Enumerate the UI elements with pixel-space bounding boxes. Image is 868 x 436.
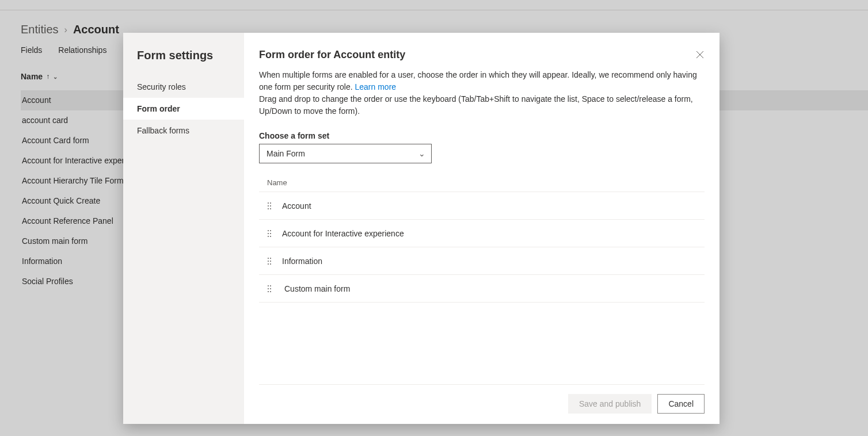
sidebar-item-fallback-forms[interactable]: Fallback forms [123,120,244,141]
form-order-name: Custom main form [282,284,350,293]
svg-point-20 [268,285,269,286]
svg-point-11 [270,233,271,234]
dialog-description-2: Drag and drop to change the order or use… [259,93,702,117]
form-order-name: Account for Interactive experience [282,229,404,238]
svg-point-25 [270,291,271,292]
svg-point-15 [270,258,271,259]
dialog-sidebar-title: Form settings [123,49,244,76]
form-order-row[interactable]: Custom main form [259,275,705,303]
svg-point-14 [268,258,269,259]
svg-point-3 [270,202,271,204]
dialog-description-1-text: When multiple forms are enabled for a us… [259,70,697,91]
dialog-main: Form order for Account entity When multi… [244,33,719,424]
dialog-footer: Save and publish Cancel [259,384,705,414]
form-order-row[interactable]: Account [259,192,705,220]
svg-point-12 [268,236,269,237]
sidebar-item-form-order[interactable]: Form order [123,98,244,120]
svg-point-2 [268,202,269,204]
svg-point-17 [270,261,271,262]
svg-point-9 [270,230,271,231]
svg-point-24 [268,291,269,292]
form-set-label: Choose a form set [259,131,705,140]
form-set-value: Main Form [267,149,305,158]
form-order-row[interactable]: Information [259,247,705,275]
column-header-name: Name [259,174,705,192]
svg-point-4 [268,205,269,206]
dialog-description-1: When multiple forms are enabled for a us… [259,69,702,93]
learn-more-link[interactable]: Learn more [355,82,397,91]
svg-point-21 [270,285,271,286]
drag-handle-icon[interactable] [267,230,272,238]
form-order-name: Information [282,257,322,266]
svg-point-7 [270,208,271,209]
svg-point-5 [270,205,271,206]
close-icon [696,51,704,59]
chevron-down-icon: ⌄ [418,149,425,158]
drag-handle-icon[interactable] [267,285,272,293]
dialog-heading: Form order for Account entity [259,49,705,61]
svg-point-16 [268,261,269,262]
svg-point-23 [270,288,271,289]
svg-point-18 [268,263,269,265]
svg-point-6 [268,208,269,209]
svg-point-10 [268,233,269,234]
cancel-button[interactable]: Cancel [657,394,705,414]
drag-handle-icon[interactable] [267,202,272,210]
form-order-row[interactable]: Account for Interactive experience [259,220,705,247]
form-set-select[interactable]: Main Form ⌄ [259,144,432,163]
svg-point-19 [270,263,271,265]
save-and-publish-button[interactable]: Save and publish [568,394,652,414]
svg-point-13 [270,236,271,237]
form-order-name: Account [282,201,311,211]
svg-point-22 [268,288,269,289]
sidebar-item-security-roles[interactable]: Security roles [123,76,244,98]
close-button[interactable] [693,48,707,62]
dialog-sidebar: Form settings Security roles Form order … [123,33,244,424]
drag-handle-icon[interactable] [267,257,272,265]
svg-point-8 [268,230,269,231]
form-settings-dialog: Form settings Security roles Form order … [123,33,719,424]
form-order-table: Name Account Account for Interactive exp… [259,174,705,303]
